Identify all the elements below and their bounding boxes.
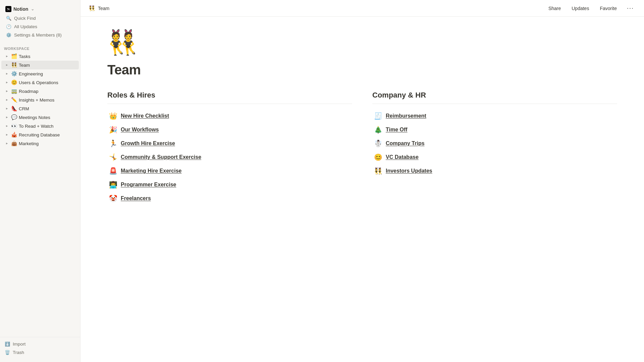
sidebar-item-recruiting-database[interactable]: 🎪 Recruiting Database xyxy=(1,130,79,139)
clock-icon: 🕐 xyxy=(6,24,11,29)
vc-database-link[interactable]: 😊 VC Database xyxy=(372,150,617,164)
chevron-icon xyxy=(4,88,9,94)
team-label: Team xyxy=(19,63,76,68)
topbar-page-title-area: 👯 Team xyxy=(89,5,109,11)
recruiting-database-icon: 🎪 xyxy=(11,132,17,138)
more-options-button[interactable]: ··· xyxy=(625,3,636,13)
chevron-icon xyxy=(4,54,9,59)
roadmap-label: Roadmap xyxy=(19,89,76,94)
trash-item[interactable]: 🗑️ Trash xyxy=(1,348,79,357)
page-columns: Roles & Hires 👑 New Hire Checklist 🎉 Our… xyxy=(107,91,617,205)
settings-members-item[interactable]: ⚙️ Settings & Members (8) xyxy=(3,31,77,39)
sidebar-item-roadmap[interactable]: 🚃 Roadmap xyxy=(1,87,79,96)
meetings-notes-label: Meetings Notes xyxy=(19,115,76,120)
new-hire-checklist-label: New Hire Checklist xyxy=(121,113,169,119)
insights-memos-label: Insights + Memos xyxy=(19,98,76,103)
company-trips-icon: ☃️ xyxy=(374,139,382,147)
topbar-actions: Share Updates Favorite ··· xyxy=(546,3,636,13)
sidebar-item-engineering[interactable]: ⚙️ Engineering xyxy=(1,69,79,78)
favorite-button[interactable]: Favorite xyxy=(597,4,620,12)
meetings-notes-icon: 💬 xyxy=(11,114,17,120)
roadmap-icon: 🚃 xyxy=(11,88,17,94)
tasks-icon: 🗂️ xyxy=(11,53,17,59)
vc-database-icon: 😊 xyxy=(374,153,382,161)
sidebar-item-meetings-notes[interactable]: 💬 Meetings Notes xyxy=(1,113,79,122)
share-button[interactable]: Share xyxy=(546,4,564,12)
roles-hires-heading: Roles & Hires xyxy=(107,91,352,104)
chevron-icon xyxy=(4,97,9,103)
reimbursement-link[interactable]: 🧾 Reimbursement xyxy=(372,109,617,123)
crm-label: CRM xyxy=(19,106,76,111)
sidebar: N Notion ⌄ 🔍 Quick Find 🕐 All Updates ⚙️… xyxy=(0,0,80,362)
growth-hire-exercise-icon: 🏃 xyxy=(109,139,117,147)
workspace-chevron-icon: ⌄ xyxy=(31,7,34,11)
new-hire-checklist-icon: 👑 xyxy=(109,112,117,120)
page-title: Team xyxy=(107,62,617,77)
chevron-icon xyxy=(4,62,9,68)
chevron-icon xyxy=(4,141,9,146)
freelancers-icon: 🤡 xyxy=(109,194,117,202)
time-off-link[interactable]: 🎄 Time Off xyxy=(372,123,617,137)
insights-memos-icon: ✏️ xyxy=(11,97,17,103)
sidebar-item-to-read-watch[interactable]: 👀 To Read + Watch xyxy=(1,122,79,130)
community-support-exercise-link[interactable]: 🤸 Community & Support Exercise xyxy=(107,150,352,164)
team-icon: 👯 xyxy=(11,62,17,68)
engineering-icon: ⚙️ xyxy=(11,71,17,77)
sidebar-item-team[interactable]: 👯 Team xyxy=(1,61,79,69)
sidebar-top: N Notion ⌄ 🔍 Quick Find 🕐 All Updates ⚙️… xyxy=(0,3,80,42)
freelancers-link[interactable]: 🤡 Freelancers xyxy=(107,192,352,205)
company-trips-link[interactable]: ☃️ Company Trips xyxy=(372,137,617,150)
company-hr-section: Company & HR 🧾 Reimbursement 🎄 Time Off … xyxy=(372,91,617,205)
to-read-watch-label: To Read + Watch xyxy=(19,124,76,129)
marketing-hire-exercise-link[interactable]: 🚨 Marketing Hire Exercise xyxy=(107,164,352,178)
chevron-icon xyxy=(4,123,9,129)
import-item[interactable]: ⬇️ Import xyxy=(1,340,79,348)
sidebar-item-tasks[interactable]: 🗂️ Tasks xyxy=(1,52,79,61)
chevron-icon xyxy=(4,80,9,85)
company-hr-heading: Company & HR xyxy=(372,91,617,104)
settings-members-label: Settings & Members (8) xyxy=(14,33,62,38)
community-support-exercise-icon: 🤸 xyxy=(109,153,117,161)
sidebar-item-marketing[interactable]: 👜 Marketing xyxy=(1,139,79,148)
time-off-icon: 🎄 xyxy=(374,126,382,134)
growth-hire-exercise-label: Growth Hire Exercise xyxy=(121,140,175,146)
our-workflows-link[interactable]: 🎉 Our Workflows xyxy=(107,123,352,137)
topbar-page-title: Team xyxy=(98,6,109,11)
marketing-hire-exercise-label: Marketing Hire Exercise xyxy=(121,168,181,174)
programmer-exercise-icon: 👨‍💻 xyxy=(109,181,117,189)
sidebar-item-insights-memos[interactable]: ✏️ Insights + Memos xyxy=(1,96,79,104)
tasks-label: Tasks xyxy=(19,54,76,59)
marketing-hire-exercise-icon: 🚨 xyxy=(109,167,117,175)
marketing-icon: 👜 xyxy=(11,140,17,146)
reimbursement-label: Reimbursement xyxy=(386,113,426,119)
users-operations-icon: 😊 xyxy=(11,79,17,85)
topbar: 👯 Team Share Updates Favorite ··· xyxy=(80,0,644,17)
company-trips-label: Company Trips xyxy=(386,140,425,146)
marketing-label: Marketing xyxy=(19,141,76,146)
notion-workspace-header[interactable]: N Notion ⌄ xyxy=(3,4,77,14)
reimbursement-icon: 🧾 xyxy=(374,112,382,120)
growth-hire-exercise-link[interactable]: 🏃 Growth Hire Exercise xyxy=(107,137,352,150)
trash-icon: 🗑️ xyxy=(5,350,10,355)
gear-icon: ⚙️ xyxy=(6,33,11,38)
all-updates-item[interactable]: 🕐 All Updates xyxy=(3,22,77,31)
trash-label: Trash xyxy=(13,350,24,355)
notion-logo-icon: N xyxy=(5,6,11,12)
search-icon: 🔍 xyxy=(6,16,11,21)
new-hire-checklist-link[interactable]: 👑 New Hire Checklist xyxy=(107,109,352,123)
investors-updates-link[interactable]: 👯 Investors Updates xyxy=(372,164,617,178)
roles-hires-section: Roles & Hires 👑 New Hire Checklist 🎉 Our… xyxy=(107,91,352,205)
quick-find-label: Quick Find xyxy=(14,16,36,21)
sidebar-item-users-operations[interactable]: 😊 Users & Operations xyxy=(1,78,79,87)
chevron-icon xyxy=(4,106,9,111)
page-content: 👯 Team Roles & Hires 👑 New Hire Checklis… xyxy=(80,17,644,362)
notion-app-name: Notion xyxy=(13,6,28,12)
sidebar-item-crm[interactable]: 👠 CRM xyxy=(1,104,79,113)
investors-updates-label: Investors Updates xyxy=(386,168,432,174)
recruiting-database-label: Recruiting Database xyxy=(19,132,76,137)
programmer-exercise-link[interactable]: 👨‍💻 Programmer Exercise xyxy=(107,178,352,192)
vc-database-label: VC Database xyxy=(386,154,419,160)
updates-button[interactable]: Updates xyxy=(569,4,592,12)
all-updates-label: All Updates xyxy=(14,24,37,29)
quick-find-item[interactable]: 🔍 Quick Find xyxy=(3,14,77,22)
